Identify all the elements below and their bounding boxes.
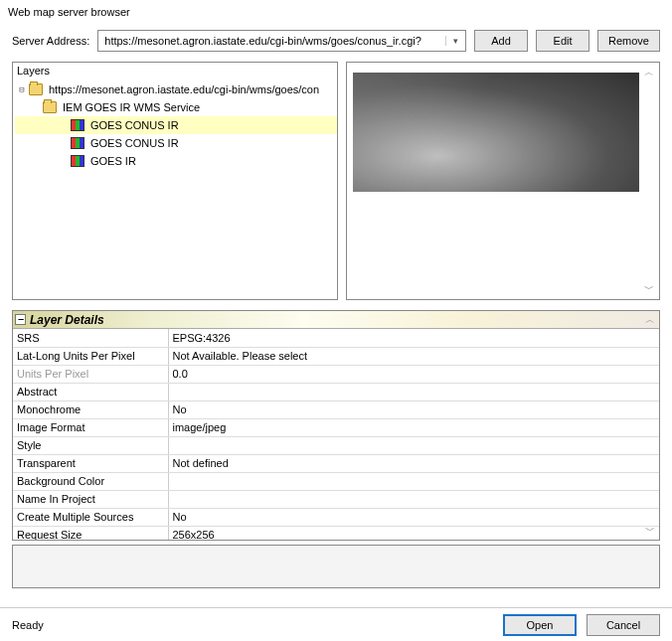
edit-button[interactable]: Edit [536, 30, 589, 52]
property-row[interactable]: MonochromeNo [13, 401, 659, 418]
layers-tree[interactable]: ⊟ https://mesonet.agron.iastate.edu/cgi-… [13, 79, 337, 299]
property-value[interactable]: No [168, 508, 659, 526]
layer-icon [71, 137, 84, 149]
property-row[interactable]: Abstract [13, 383, 659, 401]
folder-icon [43, 101, 57, 113]
property-key: Request Size [13, 526, 168, 541]
tree-layer-item[interactable]: GOES IR [15, 152, 337, 170]
details-scrollbar[interactable]: ︿ ﹀ [643, 313, 657, 538]
property-value[interactable]: Not Available. Please select [168, 347, 659, 365]
property-key: Image Format [13, 418, 168, 436]
property-key: Transparent [13, 454, 168, 472]
property-key: Lat-Long Units Per Pixel [13, 347, 168, 365]
property-row[interactable]: Name In Project [13, 490, 659, 508]
window-title: Web map server browser [0, 0, 672, 26]
tree-service[interactable]: IEM GOES IR WMS Service [15, 98, 337, 116]
description-box [12, 545, 660, 588]
scroll-down-icon[interactable]: ﹀ [643, 524, 657, 538]
property-row[interactable]: Image Formatimage/jpeg [13, 418, 659, 436]
property-key: Name In Project [13, 490, 168, 508]
chevron-down-icon[interactable]: ▾ [445, 36, 461, 46]
folder-icon [29, 83, 43, 95]
property-value[interactable] [168, 490, 659, 508]
tree-layer-label: GOES CONUS IR [88, 134, 181, 152]
property-value[interactable] [168, 383, 659, 401]
cancel-button[interactable]: Cancel [587, 614, 660, 636]
property-key: Units Per Pixel [13, 365, 168, 383]
server-address-value: https://mesonet.agron.iastate.edu/cgi-bi… [104, 35, 445, 47]
layer-preview-image [353, 73, 639, 192]
tree-service-label: IEM GOES IR WMS Service [61, 98, 202, 116]
layer-details-header[interactable]: – Layer Details [13, 311, 659, 329]
tree-root[interactable]: ⊟ https://mesonet.agron.iastate.edu/cgi-… [15, 80, 337, 98]
layers-panel: Layers ⊟ https://mesonet.agron.iastate.e… [12, 62, 338, 300]
tree-layer-item[interactable]: GOES CONUS IR [15, 134, 337, 152]
layer-icon [71, 155, 84, 167]
property-value[interactable]: image/jpeg [168, 418, 659, 436]
scroll-up-icon[interactable]: ︿ [642, 66, 656, 80]
tree-layer-item[interactable]: GOES CONUS IR [15, 116, 337, 134]
server-address-row: Server Address: https://mesonet.agron.ia… [0, 26, 672, 62]
tree-layer-label: GOES IR [88, 152, 138, 170]
property-key: SRS [13, 329, 168, 347]
scroll-up-icon[interactable]: ︿ [643, 313, 657, 327]
layer-details-panel: – Layer Details SRSEPSG:4326Lat-Long Uni… [12, 310, 660, 541]
property-value[interactable]: Not defined [168, 454, 659, 472]
property-value[interactable]: No [168, 401, 659, 418]
property-row[interactable]: SRSEPSG:4326 [13, 329, 659, 347]
property-value[interactable]: 256x256 [168, 526, 659, 541]
layers-panel-title: Layers [13, 63, 337, 79]
footer-bar: Ready Open Cancel [0, 607, 672, 641]
property-row[interactable]: Lat-Long Units Per PixelNot Available. P… [13, 347, 659, 365]
layer-icon [71, 119, 84, 131]
property-value[interactable] [168, 472, 659, 490]
preview-panel: ︿ ﹀ [346, 62, 660, 300]
scroll-down-icon[interactable]: ﹀ [642, 282, 656, 296]
add-button[interactable]: Add [474, 30, 528, 52]
server-address-label: Server Address: [12, 35, 89, 47]
collapse-icon[interactable]: ⊟ [15, 80, 29, 98]
property-value[interactable]: EPSG:4326 [168, 329, 659, 347]
property-value[interactable] [168, 436, 659, 454]
server-address-combo[interactable]: https://mesonet.agron.iastate.edu/cgi-bi… [97, 30, 466, 52]
status-text: Ready [12, 619, 493, 631]
property-row[interactable]: TransparentNot defined [13, 454, 659, 472]
property-row[interactable]: Units Per Pixel0.0 [13, 365, 659, 383]
property-key: Style [13, 436, 168, 454]
layer-details-title: Layer Details [30, 313, 104, 327]
tree-layer-label: GOES CONUS IR [88, 116, 181, 134]
tree-root-label: https://mesonet.agron.iastate.edu/cgi-bi… [47, 80, 321, 98]
property-key: Monochrome [13, 401, 168, 418]
property-key: Background Color [13, 472, 168, 490]
property-value[interactable]: 0.0 [168, 365, 659, 383]
property-row[interactable]: Request Size256x256 [13, 526, 659, 541]
property-key: Create Multiple Sources [13, 508, 168, 526]
collapse-icon[interactable]: – [15, 314, 26, 325]
open-button[interactable]: Open [503, 614, 577, 636]
remove-button[interactable]: Remove [597, 30, 660, 52]
property-grid: SRSEPSG:4326Lat-Long Units Per PixelNot … [13, 329, 659, 541]
property-row[interactable]: Style [13, 436, 659, 454]
property-row[interactable]: Background Color [13, 472, 659, 490]
property-key: Abstract [13, 383, 168, 401]
property-row[interactable]: Create Multiple SourcesNo [13, 508, 659, 526]
